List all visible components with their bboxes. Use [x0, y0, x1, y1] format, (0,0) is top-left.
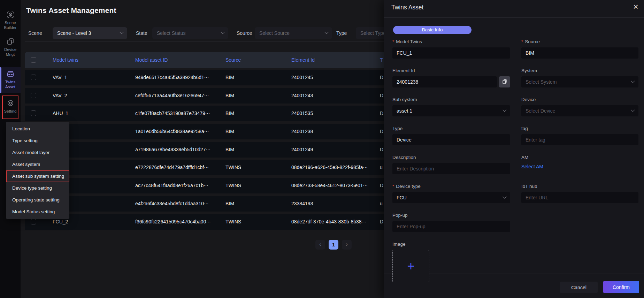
- sidebar-item-device-mngt[interactable]: Device Mngt: [0, 37, 21, 57]
- cell-source: TWINS: [225, 178, 241, 193]
- menu-item-type-setting[interactable]: Type setting: [6, 135, 69, 147]
- pagination-prev-button[interactable]: ‹: [315, 240, 325, 250]
- select-am-link[interactable]: Select AM: [521, 164, 543, 169]
- type-input[interactable]: [392, 134, 510, 145]
- cell-model-asset-id: 949de6517c4a45f5a38924b6d1⋯: [135, 70, 209, 85]
- field-label: Device: [521, 97, 638, 102]
- field-tag: tag: [521, 126, 638, 155]
- field-label: System: [521, 68, 638, 73]
- field-popup: Pop-up: [392, 213, 510, 242]
- sidebar-item-twins-asset[interactable]: Twins Asset: [0, 70, 21, 89]
- pagination-next-button[interactable]: ›: [342, 240, 352, 250]
- menu-item-asset-system[interactable]: Asset system: [6, 159, 69, 170]
- select-all-checkbox[interactable]: [31, 57, 36, 63]
- sub-system-value: asset 1: [397, 108, 500, 114]
- field-description: Description: [392, 155, 510, 184]
- device-select[interactable]: Select Device: [521, 105, 638, 116]
- cell-type-clipped: D: [380, 88, 383, 104]
- model-twins-input[interactable]: [392, 47, 510, 59]
- cell-element-id: 08de27df-370e-4b43-830b-8b38⋯: [291, 214, 367, 230]
- scene-select[interactable]: Scene - Level 3: [53, 27, 127, 39]
- tag-input[interactable]: [521, 134, 638, 145]
- cell-type-clipped: D: [380, 142, 383, 158]
- column-header-type-clipped[interactable]: T: [380, 52, 383, 68]
- image-upload-box[interactable]: +: [392, 250, 429, 282]
- status-select[interactable]: Select Status: [152, 27, 228, 39]
- plus-icon: +: [407, 260, 414, 273]
- sub-system-select[interactable]: asset 1: [392, 105, 510, 116]
- chevron-down-icon: [120, 30, 123, 34]
- cell-model-twins: VAV_1: [53, 70, 67, 85]
- cell-model-asset-id: e4f2a6f4c33e45bd8fc1ddaa310⋯: [135, 196, 209, 212]
- description-input[interactable]: [392, 163, 510, 174]
- row-checkbox[interactable]: [31, 93, 36, 98]
- cell-source: BIM: [225, 106, 234, 121]
- menu-item-asset-model-layer[interactable]: Asset model layer: [6, 147, 69, 159]
- panel-form-left-column: *Model Twins Element Id: [392, 39, 510, 270]
- field-label: AM: [521, 155, 638, 160]
- column-header-model-twins[interactable]: Model twins: [53, 52, 78, 68]
- setting-popup-menu: Location Type setting Asset model layer …: [6, 122, 69, 219]
- menu-item-operating-state-setting[interactable]: Operating state setting: [6, 194, 69, 206]
- required-asterisk: *: [521, 39, 523, 44]
- filter-label-type: Type: [336, 30, 347, 36]
- confirm-button[interactable]: Confirm: [603, 281, 639, 293]
- column-header-source[interactable]: Source: [225, 52, 241, 68]
- element-id-input[interactable]: [392, 76, 497, 87]
- panel-title: Twins Asset: [391, 4, 423, 11]
- cell-type-clipped: D: [380, 178, 383, 193]
- filter-label-scene: Scene: [28, 30, 42, 36]
- field-label: Element Id: [392, 68, 510, 73]
- device-type-value: FCU: [397, 195, 500, 200]
- field-label: Device type: [396, 184, 421, 189]
- sidebar-item-setting[interactable]: Setting: [0, 99, 21, 114]
- setting-gear-icon: [0, 99, 21, 107]
- chevron-right-icon: ›: [346, 241, 348, 247]
- sidebar-item-scene-builder[interactable]: Scene Builder: [0, 10, 21, 30]
- field-type: Type: [392, 126, 510, 155]
- menu-item-model-status-setting[interactable]: Model Status setting: [6, 206, 69, 218]
- field-label: Image: [392, 242, 510, 247]
- source-input[interactable]: [521, 47, 638, 59]
- cell-model-asset-id: e7222876dfe74d479a7dfffd1cbf⋯: [135, 160, 209, 175]
- field-label: tag: [521, 126, 638, 131]
- menu-item-location[interactable]: Location: [6, 123, 69, 135]
- scene-select-value: Scene - Level 3: [57, 30, 117, 36]
- system-select[interactable]: Select System: [521, 76, 638, 87]
- status-select-placeholder: Select Status: [157, 30, 219, 36]
- chevron-down-icon: [503, 108, 506, 112]
- sidebar-item-label: Device Mngt: [0, 47, 21, 57]
- pagination-page-1[interactable]: 1: [329, 240, 338, 250]
- row-checkbox[interactable]: [31, 110, 36, 116]
- copy-button[interactable]: [499, 76, 510, 87]
- row-checkbox[interactable]: [31, 75, 36, 80]
- cell-source: BIM: [225, 142, 234, 158]
- column-header-element-id[interactable]: Element Id: [291, 52, 315, 68]
- chevron-down-icon: [503, 195, 506, 199]
- menu-item-asset-sub-system-setting[interactable]: Asset sub system setting: [6, 170, 69, 182]
- cancel-button[interactable]: Cancel: [560, 282, 598, 293]
- sidebar-item-label: Twins Asset: [0, 79, 21, 89]
- cell-model-twins: VAV_2: [53, 88, 67, 104]
- cell-model-asset-id: a71986a678be49339eb5d10d27⋯: [135, 142, 210, 158]
- menu-item-device-type-setting[interactable]: Device type setting: [6, 182, 69, 194]
- row-checkbox[interactable]: [31, 219, 36, 224]
- popup-input[interactable]: [392, 221, 510, 232]
- device-type-select[interactable]: FCU: [392, 192, 510, 203]
- column-header-model-asset-id[interactable]: Model asset ID: [135, 52, 168, 68]
- chevron-down-icon: [631, 108, 635, 112]
- copy-icon: [502, 79, 507, 85]
- panel-header-divider: [384, 17, 644, 18]
- field-source: *Source: [521, 39, 638, 68]
- tab-basic-info[interactable]: Basic Info: [393, 26, 472, 34]
- cell-model-asset-id: f36fc90fc226415095c470c4ba00⋯: [135, 214, 211, 230]
- cell-element-id: 24001238: [291, 124, 313, 139]
- iot-hub-input[interactable]: [521, 192, 638, 203]
- twins-asset-icon: [0, 70, 21, 78]
- close-icon[interactable]: ×: [633, 1, 638, 12]
- field-am: AM Select AM: [521, 155, 638, 184]
- field-label: Source: [525, 39, 540, 44]
- source-select[interactable]: Select Source: [255, 27, 332, 39]
- field-model-twins: *Model Twins: [392, 39, 510, 68]
- field-device-type: *Device type FCU: [392, 184, 510, 213]
